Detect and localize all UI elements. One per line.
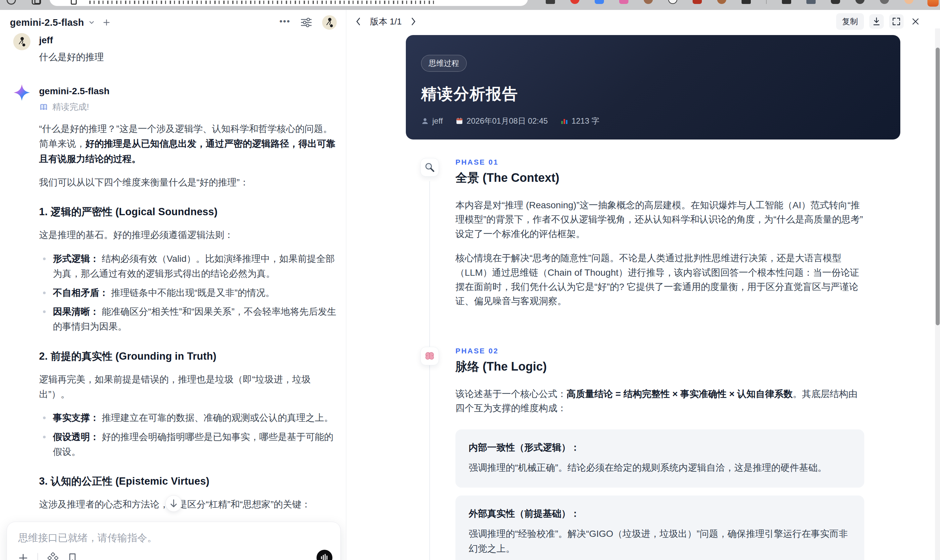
preview-panel: 版本 1/1 复制 — [346, 10, 940, 560]
list-item: 事实支撑： 推理建立在可靠的数据、准确的观测或公认的真理之上。 — [39, 410, 337, 425]
scroll-to-bottom-button[interactable] — [165, 495, 182, 512]
site-icon — [71, 0, 77, 5]
version-label: 版本 1/1 — [370, 16, 402, 28]
skills-diamond-icon[interactable] — [47, 552, 59, 560]
preview-header: 版本 1/1 复制 — [346, 10, 940, 28]
section-intro-3: 这涉及推理者的心态和方法论，也是区分“杠精”和“思想家”的关键： — [39, 497, 337, 512]
gemini-logo-icon — [13, 84, 31, 101]
screen: gemini-2.5-flash ••• — [0, 0, 940, 560]
calendar-icon — [455, 117, 463, 125]
lead-paragraph: 我们可以从以下四个维度来衡量什么是“好的推理”： — [39, 175, 337, 190]
version-prev-button[interactable] — [351, 15, 365, 28]
extension-icon[interactable] — [546, 0, 555, 4]
report-badge: 思维过程 — [421, 55, 467, 72]
report-meta: jeff 2026年01月08日 02:45 1213 字 — [421, 116, 885, 126]
close-button[interactable] — [909, 15, 922, 28]
address-bar[interactable] — [49, 0, 528, 6]
logic-card: 外部真实性（前提基础）： 强调推理的“经验校准”。解决“GIGO（垃圾进，垃圾出… — [455, 495, 864, 560]
user-message: jeff 什么是好的推理 — [13, 33, 337, 63]
profile-avatar-icon[interactable] — [904, 0, 914, 4]
phase-1: PHASE 01 全景 (The Context) 本内容是对“推理 (Reas… — [421, 158, 900, 318]
voice-input-button[interactable] — [316, 550, 333, 560]
extension-icon[interactable] — [782, 0, 791, 4]
phase-paragraph: 核心情境在于解决“思考的随意性”问题。不论是人类通过批判性思维进行决策，还是大语… — [455, 251, 864, 308]
extension-row — [546, 0, 914, 4]
meta-date: 2026年01月08日 02:45 — [455, 116, 548, 126]
composer-toolbar — [18, 552, 77, 560]
phase-title: 脉络 (The Logic) — [455, 358, 864, 375]
list-item: 形式逻辑： 结构必须有效（Valid）。比如演绎推理中，如果前提全部为真，那么通… — [39, 251, 337, 282]
section-list-1: 形式逻辑： 结构必须有效（Valid）。比如演绎推理中，如果前提全部为真，那么通… — [39, 251, 337, 334]
url-text-fragment — [89, 1, 437, 4]
waveform-icon — [320, 553, 329, 560]
extension-icon[interactable] — [595, 0, 604, 4]
phase-lead: 该论述基于一个核心公式：高质量结论 = 结构完整性 × 事实准确性 × 认知自律… — [455, 387, 864, 415]
toolbar-divider — [37, 553, 38, 560]
more-menu-icon[interactable]: ••• — [279, 17, 290, 28]
section-intro-2: 逻辑再完美，如果前提是错误的，推理也是垃圾（即“垃圾进，垃圾出”）。 — [39, 372, 337, 402]
list-item: 假设透明： 好的推理会明确指明哪些是已知事实，哪些是基于可能的假设。 — [39, 429, 337, 460]
logic-card-title: 内部一致性（形式逻辑）： — [468, 442, 851, 454]
assistant-name: gemini-2.5-flash — [39, 84, 109, 97]
section-heading-3: 3. 认知的公正性 (Epistemic Virtues) — [39, 474, 337, 488]
extension-icon[interactable] — [855, 0, 864, 4]
brain-icon — [421, 347, 439, 365]
browser-corner-icon[interactable] — [928, 0, 938, 7]
extension-icon[interactable] — [644, 0, 653, 4]
bookmark-icon[interactable] — [68, 553, 77, 560]
extension-icon[interactable] — [570, 0, 579, 4]
extension-icon[interactable] — [741, 0, 751, 4]
copy-button[interactable]: 复制 — [836, 13, 864, 30]
toolbar-divider — [766, 0, 767, 4]
reload-icon[interactable] — [7, 0, 16, 5]
logic-card-title: 外部真实性（前提基础）： — [468, 508, 851, 520]
extension-icon[interactable] — [717, 0, 726, 4]
arrow-down-icon — [170, 499, 177, 508]
person-icon — [421, 117, 429, 125]
book-icon — [39, 103, 48, 111]
phase-label: PHASE 02 — [455, 347, 864, 355]
model-name: gemini-2.5-flash — [10, 17, 84, 28]
extension-icon[interactable] — [668, 0, 677, 4]
meta-word-count: 1213 字 — [560, 116, 599, 126]
composer-placeholder: 思维接口已就绪，请传输指令。 — [18, 531, 329, 545]
model-selector[interactable]: gemini-2.5-flash — [10, 17, 111, 28]
jeff-avatar — [13, 33, 31, 50]
extension-icon[interactable] — [806, 0, 816, 4]
logic-card-text: 强调推理的“机械正确”。结论必须在给定的规则系统内逻辑自洽，这是推理的硬件基础。 — [468, 460, 851, 475]
message-list: jeff 什么是好的推理 — [0, 31, 346, 560]
chat-header: gemini-2.5-flash ••• — [0, 10, 346, 31]
extension-icon[interactable] — [880, 0, 889, 4]
composer-input[interactable]: 思维接口已就绪，请传输指令。 — [7, 522, 341, 560]
version-next-button[interactable] — [407, 15, 420, 28]
tune-settings-icon[interactable] — [300, 17, 312, 28]
phase-2: PHASE 02 脉络 (The Logic) 该论述基于一个核心公式：高质量结… — [421, 347, 900, 560]
attach-plus-icon[interactable] — [18, 553, 28, 560]
logic-card-list: 内部一致性（形式逻辑）： 强调推理的“机械正确”。结论必须在给定的规则系统内逻辑… — [455, 429, 864, 560]
phase-title: 全景 (The Context) — [455, 170, 864, 186]
close-icon — [912, 17, 920, 25]
download-button[interactable] — [869, 14, 884, 29]
extension-icon[interactable] — [831, 0, 840, 4]
tab-grid-icon[interactable] — [32, 0, 41, 5]
extension-icon[interactable] — [693, 0, 702, 4]
bar-chart-icon — [560, 117, 568, 125]
section-heading-2: 2. 前提的真实性 (Grounding in Truth) — [39, 349, 337, 363]
intro-paragraph: “什么是好的推理？”这是一个涉及逻辑学、认知科学和哲学核心的问题。简单来说，好的… — [39, 122, 337, 166]
section-list-2: 事实支撑： 推理建立在可靠的数据、准确的观测或公认的真理之上。 假设透明： 好的… — [39, 410, 337, 459]
scrollbar-thumb[interactable] — [936, 48, 940, 325]
user-message-text: 什么是好的推理 — [39, 51, 104, 63]
phase-paragraph: 本内容是对“推理 (Reasoning)”这一抽象概念的高层建模。在知识爆炸与人… — [455, 198, 864, 241]
extension-icon[interactable] — [619, 0, 629, 4]
fullscreen-button[interactable] — [889, 14, 904, 29]
section-heading-1: 1. 逻辑的严密性 (Logical Soundness) — [39, 205, 337, 219]
report-hero-card: 思维过程 精读分析报告 jeff 2026年01月08日 02:45 — [406, 35, 900, 140]
report-title: 精读分析报告 — [421, 84, 885, 105]
preview-scrollbar[interactable] — [935, 28, 940, 560]
user-avatar[interactable] — [322, 15, 337, 30]
logic-card-text: 强调推理的“经验校准”。解决“GIGO（垃圾进，垃圾出）”问题，确保推理引擎运行… — [468, 527, 851, 556]
chevron-down-icon — [88, 19, 95, 26]
list-item: 不自相矛盾： 推理链条中不能出现“既是又非”的情况。 — [39, 285, 337, 300]
assistant-message: gemini-2.5-flash 精读完成! “什么是好的推理？”这是一个涉及逻… — [13, 84, 337, 560]
new-chat-plus-icon[interactable] — [103, 18, 111, 26]
